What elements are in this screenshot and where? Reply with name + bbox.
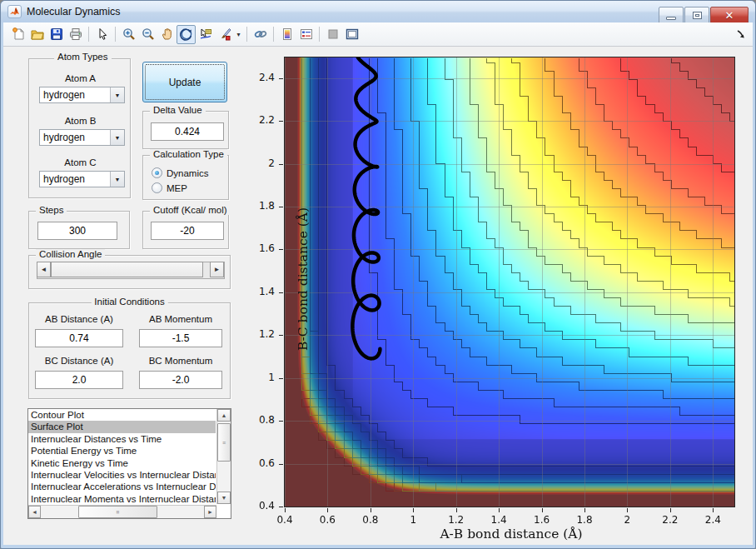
radio-selected-icon <box>152 167 162 178</box>
titlebar[interactable]: Molecular Dynamics ✕ <box>1 1 755 22</box>
steps-field[interactable] <box>37 222 117 240</box>
y-tick-label: 2 <box>248 157 275 169</box>
dynamics-radio[interactable]: Dynamics <box>152 167 208 178</box>
list-item[interactable]: Internuclear Momenta vs Internuclear Dis… <box>28 493 216 505</box>
list-item[interactable]: Internuclear Accelerations vs Internucle… <box>28 481 216 492</box>
pointer-icon[interactable] <box>92 25 112 44</box>
x-tick <box>285 508 286 512</box>
collision-angle-label: Collision Angle <box>36 249 105 259</box>
insert-colorbar-icon[interactable] <box>277 25 296 44</box>
maximize-button[interactable] <box>684 7 709 24</box>
chevron-down-icon[interactable]: ▼ <box>110 130 124 145</box>
brush-icon[interactable] <box>215 25 234 44</box>
y-tick-label: 1.8 <box>248 200 275 212</box>
chevron-down-icon[interactable]: ▼ <box>110 87 124 102</box>
vertical-scroll-thumb[interactable]: ≡ <box>217 423 231 462</box>
x-axis-label: A-B bond distance (Å) <box>386 527 636 542</box>
pes-plot[interactable] <box>284 57 735 507</box>
steps-label: Steps <box>36 205 67 215</box>
delta-value-field[interactable] <box>151 122 224 141</box>
vertical-scrollbar[interactable]: ▲ ≡ ▼ <box>216 409 231 504</box>
mep-radio[interactable]: MEP <box>152 182 187 193</box>
open-file-icon[interactable] <box>27 25 47 44</box>
x-tick-label: 1.8 <box>572 514 597 526</box>
y-tick-label: 1.4 <box>248 286 275 297</box>
atom-a-label: Atom A <box>49 73 112 83</box>
pes-surface-canvas[interactable] <box>285 57 734 507</box>
minimize-button[interactable] <box>659 7 684 24</box>
x-tick-label: 1.4 <box>486 514 511 526</box>
list-items: Contour PlotSurface PlotInternuclear Dis… <box>28 409 231 505</box>
y-axis-label: B-C bond distance (Å) <box>296 154 311 404</box>
y-tick <box>279 207 283 207</box>
ab-momentum-field[interactable] <box>139 329 222 347</box>
dynamics-radio-label: Dynamics <box>167 168 208 178</box>
y-tick-label: 0.6 <box>248 457 275 469</box>
atom-c-select[interactable]: hydrogen ▼ <box>39 171 125 187</box>
hide-plot-tools-icon[interactable] <box>323 25 342 44</box>
slider-track[interactable] <box>203 262 210 278</box>
insert-legend-icon[interactable] <box>296 25 316 44</box>
bc-momentum-field[interactable] <box>139 371 222 389</box>
toolbar-separator <box>246 27 247 42</box>
list-item[interactable]: Internuclear Velocities vs Internuclear … <box>28 469 216 481</box>
slider-right-arrow-icon[interactable]: ► <box>210 262 224 277</box>
cutoff-field[interactable] <box>151 222 224 240</box>
x-tick-label: 2 <box>614 514 639 526</box>
y-tick-label: 2.4 <box>248 72 275 83</box>
dock-figure-arrow-icon[interactable] <box>736 29 746 41</box>
initial-conditions-label: Initial Conditions <box>91 297 167 307</box>
y-tick <box>279 78 283 79</box>
new-figure-icon[interactable] <box>8 25 27 44</box>
list-item[interactable]: Internuclear Distances vs Time <box>28 433 216 445</box>
link-plot-icon[interactable] <box>251 25 270 44</box>
y-tick <box>279 164 283 165</box>
horizontal-scroll-thumb[interactable]: ≡ <box>78 506 157 518</box>
list-item[interactable]: Surface Plot <box>28 421 216 432</box>
pan-icon[interactable] <box>157 25 177 44</box>
scroll-right-icon[interactable]: ► <box>204 506 216 518</box>
x-tick <box>327 508 328 512</box>
y-tick <box>279 378 283 379</box>
atom-a-value: hydrogen <box>40 89 110 101</box>
calculation-type-label: Calculation Type <box>150 149 227 159</box>
chevron-down-icon[interactable]: ▼ <box>110 172 124 187</box>
slider-thumb[interactable] <box>51 262 203 277</box>
y-tick-label: 0.4 <box>248 500 275 512</box>
list-item[interactable]: Contour Plot <box>28 409 216 421</box>
atom-a-select[interactable]: hydrogen ▼ <box>39 87 125 103</box>
print-icon[interactable] <box>66 25 85 44</box>
ab-distance-label: AB Distance (A) <box>35 314 123 324</box>
x-tick-label: 0.8 <box>358 514 383 526</box>
save-icon[interactable] <box>47 25 66 44</box>
plot-type-listbox[interactable]: Contour PlotSurface PlotInternuclear Dis… <box>27 408 231 519</box>
close-button[interactable]: ✕ <box>710 7 749 24</box>
delta-value-label: Delta Value <box>150 105 206 115</box>
x-tick <box>627 508 628 512</box>
cutoff-label: Cutoff (Kcal/ mol) <box>150 205 231 215</box>
scroll-up-icon[interactable]: ▲ <box>217 409 231 422</box>
zoom-out-icon[interactable] <box>138 25 157 44</box>
horizontal-scrollbar[interactable]: ◄ ≡ ► <box>28 505 216 518</box>
y-tick-label: 1.6 <box>248 242 275 254</box>
data-cursor-icon[interactable] <box>196 25 215 44</box>
collision-angle-slider[interactable]: ◄ ► <box>37 262 225 279</box>
slider-left-arrow-icon[interactable]: ◄ <box>37 262 51 277</box>
ab-distance-field[interactable] <box>35 329 123 347</box>
list-item[interactable]: Potential Energy vs Time <box>28 445 216 457</box>
brush-dropdown-caret[interactable]: ▾ <box>234 25 243 44</box>
x-tick-label: 1.2 <box>444 514 469 526</box>
zoom-in-icon[interactable] <box>119 25 138 44</box>
update-button[interactable]: Update <box>142 62 227 102</box>
list-item[interactable]: Kinetic Energy vs Time <box>28 457 216 469</box>
atom-c-value: hydrogen <box>40 173 110 185</box>
x-tick-label: 2.2 <box>658 514 683 526</box>
scroll-left-icon[interactable]: ◄ <box>28 506 41 518</box>
rotate-3d-icon[interactable] <box>177 25 196 44</box>
atom-b-select[interactable]: hydrogen ▼ <box>39 129 125 146</box>
atom-b-label: Atom B <box>49 116 112 126</box>
scroll-down-icon[interactable]: ▼ <box>217 492 231 504</box>
show-plot-tools-icon[interactable] <box>342 25 361 44</box>
radio-unselected-icon <box>152 182 162 193</box>
bc-distance-field[interactable] <box>35 371 123 389</box>
